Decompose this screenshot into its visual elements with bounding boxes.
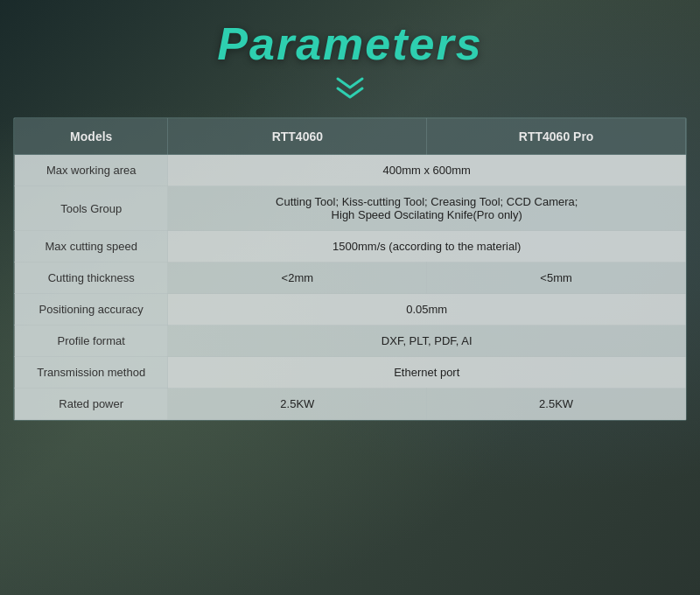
row-value-merged: 400mm x 600mm — [168, 155, 686, 186]
row-label: Transmission method — [15, 357, 168, 388]
chevron-icon — [334, 77, 366, 103]
row-label: Rated power — [15, 388, 168, 420]
page-title: Parameters — [217, 18, 482, 70]
row-label: Tools Group — [15, 186, 168, 231]
table-row: Max working area400mm x 600mm — [15, 155, 686, 186]
header-rtt4060-pro: RTT4060 Pro — [427, 119, 686, 155]
table-row: Rated power2.5KW2.5KW — [15, 388, 686, 420]
row-label: Positioning accuracy — [15, 294, 168, 326]
row-value-merged: 0.05mm — [168, 294, 686, 326]
table-row: Transmission methodEthernet port — [15, 357, 686, 388]
header-rtt4060: RTT4060 — [168, 119, 427, 155]
table-row: Max cutting speed1500mm/s (according to … — [15, 231, 686, 262]
row-value-merged: Cutting Tool; Kiss-cutting Tool; Creasin… — [168, 186, 686, 231]
parameters-table: Models RTT4060 RTT4060 Pro Max working a… — [13, 117, 687, 421]
row-value-merged: DXF, PLT, PDF, AI — [168, 326, 686, 357]
table-row: Positioning accuracy0.05mm — [15, 294, 686, 326]
table-header-row: Models RTT4060 RTT4060 Pro — [15, 119, 686, 155]
row-label: Max cutting speed — [15, 231, 168, 262]
table-row: Cutting thickness<2mm<5mm — [15, 262, 686, 294]
table-row: Tools GroupCutting Tool; Kiss-cutting To… — [15, 186, 686, 231]
table-row: Profile formatDXF, PLT, PDF, AI — [15, 326, 686, 357]
row-label: Max working area — [15, 155, 168, 186]
row-value-col1: <2mm — [168, 262, 427, 294]
row-value-merged: 1500mm/s (according to the material) — [168, 231, 686, 262]
row-label: Cutting thickness — [15, 262, 168, 294]
row-value-col2: <5mm — [427, 262, 686, 294]
row-label: Profile format — [15, 326, 168, 357]
row-value-col1: 2.5KW — [168, 388, 427, 420]
header-models: Models — [15, 119, 168, 155]
row-value-col2: 2.5KW — [427, 388, 686, 420]
row-value-merged: Ethernet port — [168, 357, 686, 388]
